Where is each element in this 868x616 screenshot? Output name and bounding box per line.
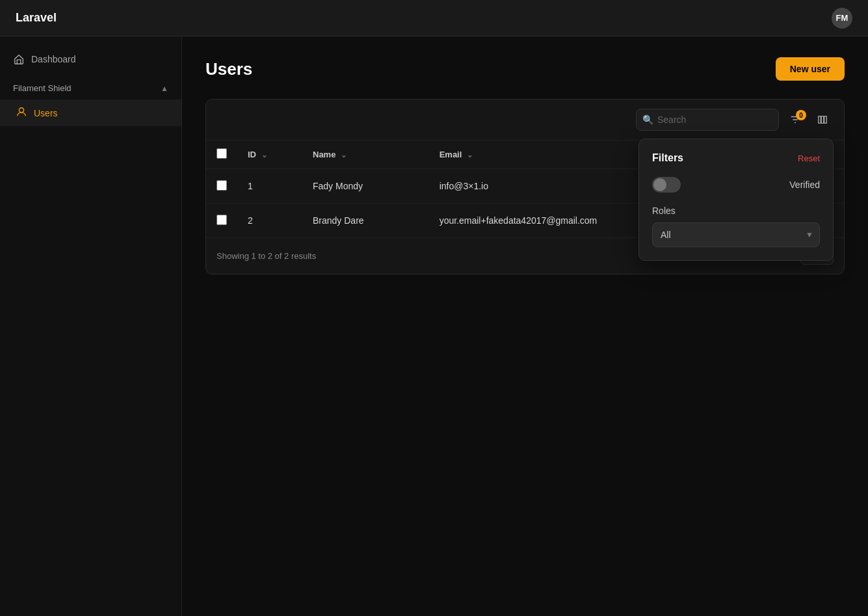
chevron-up-icon: ▲ (161, 84, 168, 93)
filter-dropdown: Filters Reset Verified Roles All ▼ (638, 139, 834, 261)
row-name-cell: Brandy Dare (302, 204, 429, 238)
row-checkbox-cell (206, 169, 237, 204)
filter-header: Filters Reset (652, 152, 820, 164)
svg-point-0 (19, 108, 23, 113)
sidebar-item-dashboard[interactable]: Dashboard (0, 47, 181, 72)
row-checkbox[interactable] (217, 215, 227, 225)
top-nav: Laravel FM (0, 0, 868, 36)
row-id-cell: 2 (237, 204, 302, 238)
verified-label: Verified (789, 180, 820, 190)
layout: Dashboard Filament Shield ▲ Users User (0, 36, 868, 616)
svg-rect-1 (819, 116, 821, 124)
user-icon (16, 106, 27, 120)
sort-arrow-name: ⌄ (341, 151, 347, 159)
toggle-knob (653, 178, 666, 191)
new-user-button[interactable]: New user (776, 57, 845, 81)
row-checkbox[interactable] (217, 180, 227, 191)
sidebar-section-filament-shield: Filament Shield ▲ Users (0, 77, 181, 126)
user-avatar[interactable]: FM (832, 8, 852, 29)
filter-title: Filters (652, 152, 683, 164)
sidebar: Dashboard Filament Shield ▲ Users (0, 36, 182, 616)
table-header-id[interactable]: ID ⌄ (237, 141, 302, 169)
showing-text: Showing 1 to 2 of 2 results (217, 251, 316, 261)
main-content: Users New user 🔍 0 (182, 36, 868, 616)
app-brand: Laravel (16, 11, 57, 25)
filter-reset-button[interactable]: Reset (798, 154, 820, 163)
row-id-cell: 1 (237, 169, 302, 204)
sidebar-section-label: Filament Shield (13, 83, 72, 93)
search-input[interactable] (636, 109, 779, 131)
sidebar-item-users[interactable]: Users (0, 100, 181, 126)
search-icon: 🔍 (642, 114, 653, 125)
filter-verified-row: Verified (652, 177, 820, 193)
roles-label: Roles (652, 206, 820, 216)
columns-button[interactable] (811, 110, 834, 129)
table-toolbar: 🔍 0 (206, 100, 844, 141)
table-header-checkbox (206, 141, 237, 169)
table-container: 🔍 0 (205, 99, 845, 275)
columns-icon (817, 114, 828, 126)
roles-select[interactable]: All (652, 222, 820, 247)
row-name-cell: Fady Mondy (302, 169, 429, 204)
sidebar-item-dashboard-label: Dashboard (31, 54, 76, 64)
filter-button[interactable]: 0 (784, 110, 806, 129)
table-header-name[interactable]: Name ⌄ (302, 141, 429, 169)
search-wrapper: 🔍 (636, 109, 779, 131)
sort-arrow-id: ⌄ (261, 151, 267, 159)
page-title: Users (205, 59, 252, 79)
select-all-checkbox[interactable] (217, 148, 227, 159)
row-checkbox-cell (206, 204, 237, 238)
page-header: Users New user (205, 57, 845, 81)
filter-roles-section: Roles All ▼ (652, 206, 820, 247)
verified-toggle[interactable] (652, 177, 681, 193)
svg-rect-2 (821, 116, 824, 124)
sidebar-item-users-label: Users (34, 108, 58, 118)
filter-badge: 0 (796, 110, 806, 120)
sidebar-section-header[interactable]: Filament Shield ▲ (0, 77, 181, 100)
home-icon (13, 53, 25, 65)
sort-arrow-email: ⌄ (467, 151, 473, 159)
svg-rect-3 (824, 116, 827, 124)
roles-select-wrapper: All ▼ (652, 222, 820, 247)
